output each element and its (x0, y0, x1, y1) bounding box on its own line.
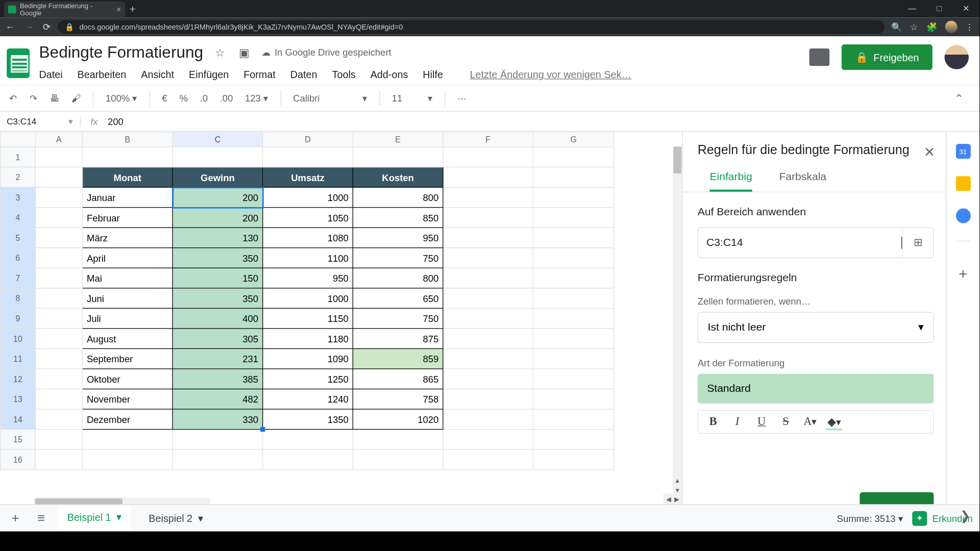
row-header[interactable]: 3 (1, 187, 36, 208)
selection-summary[interactable]: Summe: 3513 ▾ (837, 513, 903, 523)
row-header[interactable]: 11 (1, 348, 36, 369)
menu-datei[interactable]: Datei (39, 68, 62, 80)
tasks-icon[interactable] (955, 209, 970, 223)
table-cell[interactable]: 1250 (263, 369, 353, 389)
undo-icon[interactable]: ↶ (9, 93, 17, 104)
menu-daten[interactable]: Daten (290, 68, 317, 80)
table-cell[interactable]: 385 (173, 369, 263, 389)
row-header[interactable]: 5 (1, 228, 36, 248)
col-header[interactable]: E (353, 132, 443, 147)
italic-button[interactable]: I (729, 415, 746, 428)
table-cell[interactable]: 800 (353, 268, 443, 288)
table-cell[interactable]: März (82, 228, 173, 248)
url-field[interactable]: 🔒 docs.google.com/spreadsheets/d/1RMhyrl… (58, 20, 885, 34)
table-cell[interactable]: 800 (353, 187, 443, 208)
table-cell[interactable]: 130 (173, 228, 263, 248)
menu-einfuegen[interactable]: Einfügen (189, 68, 229, 80)
row-header[interactable]: 13 (1, 389, 36, 409)
sheets-logo-icon[interactable] (4, 46, 32, 81)
bold-button[interactable]: B (705, 415, 721, 428)
table-cell[interactable]: 1180 (263, 329, 353, 349)
redo-icon[interactable]: ↷ (30, 93, 38, 104)
fill-color-button[interactable]: ◆▾ (826, 415, 843, 429)
table-cell[interactable]: Juli (82, 308, 173, 329)
table-cell[interactable]: 950 (353, 228, 443, 248)
font-select[interactable]: Calibri▾ (293, 93, 367, 104)
table-cell[interactable]: 400 (173, 308, 263, 329)
style-preview[interactable]: Standard (698, 373, 934, 403)
menu-hilfe[interactable]: Hilfe (423, 68, 443, 80)
browser-menu-icon[interactable]: ⋮ (965, 22, 974, 32)
table-cell[interactable]: 482 (173, 389, 263, 409)
collapse-toolbar-icon[interactable]: ⌃ (954, 92, 963, 105)
vertical-scrollbar[interactable]: ▲ ▼ (673, 146, 682, 496)
table-cell[interactable]: 350 (173, 248, 263, 268)
menu-addons[interactable]: Add-ons (371, 68, 408, 80)
table-cell[interactable]: 865 (353, 369, 443, 389)
add-addon-icon[interactable]: + (959, 266, 967, 283)
menu-bearbeiten[interactable]: Bearbeiten (78, 68, 127, 80)
row-header[interactable]: 14 (1, 409, 36, 430)
sheet-tab-2[interactable]: Beispiel 2▾ (139, 507, 213, 530)
row-header[interactable]: 8 (1, 288, 36, 309)
table-cell[interactable]: 1020 (353, 409, 443, 430)
col-header[interactable]: A (35, 132, 82, 147)
zoom-select[interactable]: 100%▾ (106, 93, 137, 104)
table-header[interactable]: Kosten (353, 167, 443, 188)
all-sheets-icon[interactable]: ≡ (32, 509, 50, 527)
table-cell[interactable]: 1050 (263, 208, 353, 228)
row-header[interactable]: 16 (1, 449, 36, 470)
row-header[interactable]: 12 (1, 369, 36, 389)
table-cell[interactable]: 200 (173, 187, 263, 208)
col-header[interactable]: G (533, 132, 614, 147)
extensions-icon[interactable]: 🧩 (926, 22, 937, 32)
reload-icon[interactable]: ⟳ (43, 21, 51, 32)
table-cell[interactable]: 750 (353, 308, 443, 329)
bookmark-icon[interactable]: ☆ (910, 22, 918, 32)
formula-input[interactable]: 200 (108, 116, 124, 127)
window-minimize-icon[interactable]: ― (899, 0, 926, 17)
table-cell[interactable]: 875 (353, 329, 443, 349)
paint-format-icon[interactable]: 🖌 (71, 93, 81, 104)
col-header[interactable]: F (443, 132, 533, 147)
menu-ansicht[interactable]: Ansicht (141, 68, 174, 80)
table-cell[interactable]: 1000 (263, 288, 353, 309)
name-box[interactable]: C3:C14▾ (0, 116, 81, 127)
share-button[interactable]: 🔒 Freigeben (842, 44, 932, 70)
calendar-icon[interactable] (955, 144, 970, 159)
table-cell[interactable]: 859 (353, 348, 443, 369)
table-cell[interactable]: 200 (173, 208, 263, 228)
zoom-icon[interactable]: 🔍 (891, 22, 902, 32)
done-button[interactable] (860, 492, 934, 505)
table-header[interactable]: Gewinn (173, 167, 263, 188)
browser-tab[interactable]: Bedingte Formatierung - Google × (4, 2, 125, 18)
back-icon[interactable]: ← (6, 21, 15, 32)
underline-button[interactable]: U (753, 415, 770, 428)
table-cell[interactable]: September (82, 348, 173, 369)
currency-button[interactable]: € (162, 93, 167, 104)
keep-icon[interactable] (955, 176, 970, 191)
select-range-icon[interactable]: ⊞ (902, 227, 933, 258)
forward-icon[interactable]: → (24, 21, 33, 32)
menu-tools[interactable]: Tools (332, 68, 356, 80)
new-tab-button[interactable]: + (125, 2, 140, 18)
text-color-button[interactable]: A▾ (802, 415, 818, 428)
select-all-corner[interactable] (1, 132, 36, 147)
row-header[interactable]: 7 (1, 268, 36, 288)
table-cell[interactable]: 758 (353, 389, 443, 409)
print-icon[interactable]: 🖶 (50, 93, 59, 104)
table-cell[interactable]: Januar (82, 187, 173, 208)
table-cell[interactable]: 1000 (263, 187, 353, 208)
table-cell[interactable]: April (82, 248, 173, 268)
table-cell[interactable]: 350 (173, 288, 263, 309)
star-icon[interactable]: ☆ (213, 45, 228, 60)
account-avatar-icon[interactable] (944, 45, 968, 69)
table-cell[interactable]: 950 (263, 268, 353, 288)
window-maximize-icon[interactable]: □ (926, 0, 953, 17)
comments-icon[interactable] (810, 48, 830, 66)
col-header[interactable]: D (263, 132, 353, 147)
table-header[interactable]: Umsatz (263, 167, 353, 188)
chevron-down-icon[interactable]: ▾ (198, 512, 204, 524)
more-toolbar-icon[interactable]: ⋯ (457, 93, 467, 104)
table-cell[interactable]: 850 (353, 208, 443, 228)
